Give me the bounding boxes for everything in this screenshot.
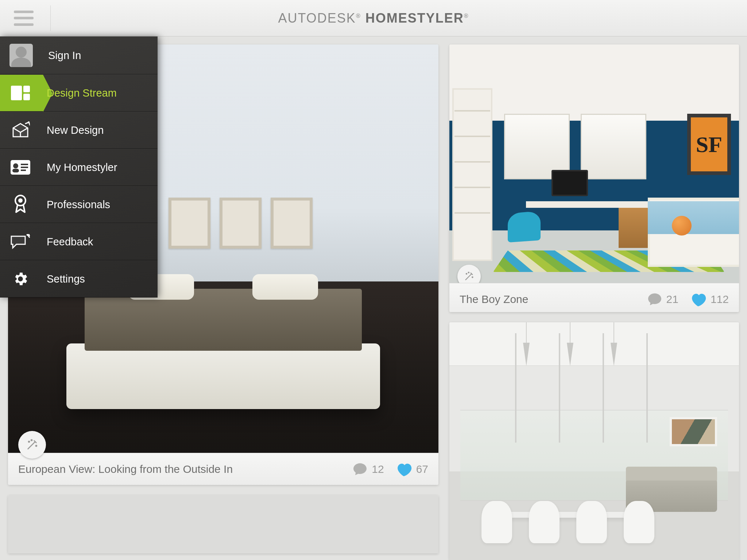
card-footer: The Boy Zone 21 112 bbox=[449, 283, 739, 312]
design-image bbox=[8, 495, 438, 553]
brand-title: AUTODESK® HOMESTYLER® bbox=[0, 11, 747, 26]
sidebar-item-label: Professionals bbox=[47, 199, 110, 211]
svg-rect-7 bbox=[23, 86, 30, 92]
sidebar-item-label: Feedback bbox=[47, 236, 93, 248]
design-stream-icon bbox=[9, 82, 31, 104]
brand-name: HOMESTYLER bbox=[365, 11, 464, 26]
design-title: The Boy Zone bbox=[460, 293, 635, 306]
svg-rect-8 bbox=[23, 94, 30, 100]
comments-count: 12 bbox=[372, 463, 384, 475]
svg-rect-6 bbox=[11, 86, 22, 100]
svg-point-3 bbox=[466, 273, 467, 274]
sidebar-item-label: My Homestyler bbox=[47, 162, 117, 174]
avatar-icon bbox=[9, 44, 33, 67]
likes-stat[interactable]: 67 bbox=[396, 462, 428, 476]
sidebar-item-label: Design Stream bbox=[47, 87, 117, 99]
svg-point-2 bbox=[31, 440, 32, 441]
svg-point-1 bbox=[36, 445, 37, 446]
topbar: AUTODESK® HOMESTYLER® bbox=[0, 0, 747, 36]
card-footer: European View: Looking from the Outside … bbox=[8, 453, 438, 485]
svg-point-0 bbox=[28, 441, 30, 442]
brand-prefix: AUTODESK bbox=[278, 11, 356, 26]
heart-icon bbox=[691, 292, 706, 306]
design-image bbox=[449, 322, 739, 560]
svg-point-4 bbox=[472, 277, 473, 277]
sidebar-item-label: Sign In bbox=[48, 50, 81, 62]
sidebar-item-label: New Design bbox=[47, 124, 104, 136]
design-card-placeholder[interactable] bbox=[8, 495, 438, 553]
topbar-divider bbox=[50, 5, 51, 31]
gear-icon bbox=[9, 268, 31, 290]
svg-rect-11 bbox=[12, 169, 19, 172]
svg-rect-14 bbox=[21, 170, 26, 171]
likes-count: 112 bbox=[711, 293, 729, 306]
comment-icon bbox=[353, 463, 367, 476]
comment-icon bbox=[647, 293, 662, 306]
svg-point-16 bbox=[18, 198, 23, 203]
sidebar-menu: Sign In Design Stream New Design My Home… bbox=[0, 36, 158, 298]
comments-stat[interactable]: 21 bbox=[647, 293, 678, 306]
svg-point-10 bbox=[13, 163, 18, 168]
sidebar-item-design-stream[interactable]: Design Stream bbox=[0, 74, 158, 112]
menu-button[interactable] bbox=[14, 11, 34, 26]
feedback-icon bbox=[9, 231, 31, 253]
svg-rect-13 bbox=[21, 167, 28, 168]
sidebar-item-new-design[interactable]: New Design bbox=[0, 112, 158, 149]
poster-sf: SF bbox=[687, 114, 731, 175]
sidebar-item-settings[interactable]: Settings bbox=[0, 260, 158, 298]
sidebar-item-feedback[interactable]: Feedback bbox=[0, 223, 158, 260]
sidebar-item-professionals[interactable]: Professionals bbox=[0, 186, 158, 223]
heart-icon bbox=[396, 462, 412, 476]
design-card-boy-zone[interactable]: SF The Boy Zone 21 112 bbox=[449, 44, 739, 312]
svg-rect-12 bbox=[21, 164, 28, 165]
sidebar-item-label: Settings bbox=[47, 273, 85, 285]
svg-point-5 bbox=[468, 272, 469, 273]
comments-stat[interactable]: 12 bbox=[353, 463, 384, 476]
my-homestyler-icon bbox=[9, 156, 31, 178]
sidebar-item-my-homestyler[interactable]: My Homestyler bbox=[0, 149, 158, 186]
design-title: European View: Looking from the Outside … bbox=[18, 463, 340, 475]
professionals-icon bbox=[9, 194, 31, 215]
design-card-glass-house[interactable] bbox=[449, 322, 739, 560]
magic-wand-icon[interactable] bbox=[18, 431, 46, 459]
magic-wand-icon[interactable] bbox=[457, 265, 481, 283]
design-image: SF bbox=[449, 44, 739, 283]
likes-count: 67 bbox=[416, 463, 428, 475]
comments-count: 21 bbox=[666, 293, 678, 306]
sidebar-signin[interactable]: Sign In bbox=[0, 36, 158, 74]
new-design-icon bbox=[9, 119, 31, 141]
likes-stat[interactable]: 112 bbox=[691, 292, 729, 306]
